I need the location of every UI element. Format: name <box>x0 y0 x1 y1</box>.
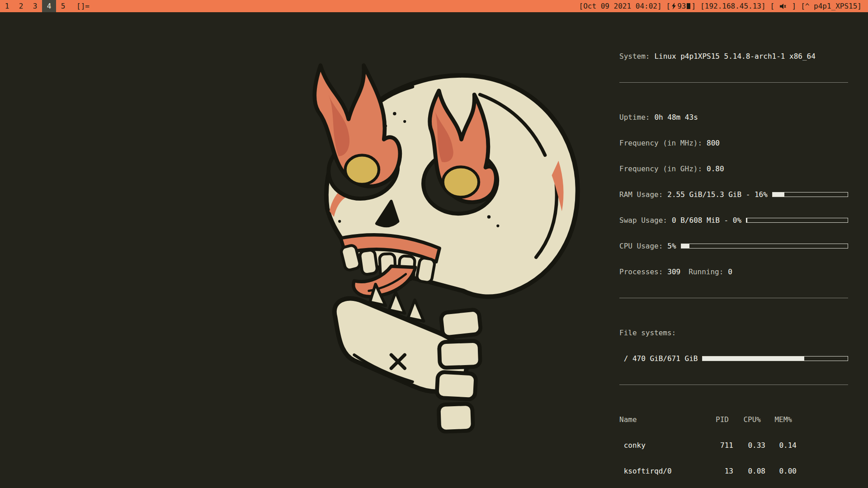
cpu-label: CPU Usage: <box>619 242 663 250</box>
running-label: Running: <box>689 267 723 276</box>
proc-mem: 0.00 <box>765 467 797 475</box>
proc-name: ksoftirqd/0 <box>619 467 701 475</box>
workspace-tags: 1 2 3 4 5 <box>0 0 70 12</box>
ram-line: RAM Usage: 2.55 GiB/15.3 GiB - 16% <box>619 190 848 199</box>
ram-value: 2.55 GiB/15.3 GiB - 16% <box>667 190 768 199</box>
battery-close-bracket: ] <box>691 0 696 12</box>
cpu-line: CPU Usage: 5% <box>619 242 848 250</box>
status-bar: 1 2 3 4 5 []= [Oct 09 2021 04:02] [ 93 ]… <box>0 0 868 12</box>
separator <box>619 82 848 83</box>
filesystem-root-line: / 470 GiB/671 GiB <box>619 354 848 363</box>
cpu-progress-bar <box>681 244 848 249</box>
proc-pid: 711 <box>701 441 733 450</box>
proc-name: conky <box>619 441 701 450</box>
swap-value: 0 B/608 MiB - 0% <box>672 216 741 225</box>
filesystem-root-label: / 470 GiB/671 GiB <box>619 354 698 363</box>
workspace-tag-4[interactable]: 4 <box>42 0 56 12</box>
col-mem: MEM% <box>765 415 792 424</box>
workspace-tag-1[interactable]: 1 <box>0 0 14 12</box>
freq-mhz-value: 800 <box>707 139 720 147</box>
running-value: 0 <box>728 267 732 276</box>
ip-segment: [192.168.45.13] <box>700 0 766 12</box>
battery-level: 93 <box>677 0 686 12</box>
filesystem-progress-bar <box>702 356 848 361</box>
lightning-icon <box>671 3 676 9</box>
uptime-value: 0h 48m 43s <box>654 113 698 122</box>
system-value: Linux p4p1XPS15 5.14.8-arch1-1 x86_64 <box>654 52 815 61</box>
separator <box>619 385 848 385</box>
process-row: conky 711 0.33 0.14 <box>619 441 848 450</box>
freq-ghz-label: Frequency (in GHz): <box>619 164 702 173</box>
workspace-tag-3[interactable]: 3 <box>28 0 42 12</box>
workspace-tag-2[interactable]: 2 <box>14 0 28 12</box>
swap-progress-fill <box>746 218 747 222</box>
clock-segment: [Oct 09 2021 04:02] <box>579 0 662 12</box>
freq-mhz-label: Frequency (in MHz): <box>619 139 702 147</box>
proc-mem: 0.14 <box>765 441 797 450</box>
filesystem-progress-fill <box>703 357 804 361</box>
proc-pid: 13 <box>701 467 733 475</box>
ram-progress-fill <box>773 192 785 197</box>
processes-value: 309 <box>667 267 680 276</box>
system-label: System: <box>619 52 650 61</box>
process-table-header: Name PID CPU% MEM% <box>619 415 848 424</box>
status-right: [Oct 09 2021 04:02] [ 93 ] [192.168.45.1… <box>579 0 868 12</box>
proc-cpu: 0.33 <box>733 441 765 450</box>
skull-illustration <box>244 43 592 447</box>
freq-mhz-line: Frequency (in MHz): 800 <box>619 139 848 147</box>
col-pid: PID <box>701 415 729 424</box>
hostname-segment: [^ p4p1_XPS15] <box>801 0 862 12</box>
uptime-line: Uptime: 0h 48m 43s <box>619 113 848 122</box>
col-cpu: CPU% <box>733 415 761 424</box>
speaker-icon <box>780 3 787 9</box>
swap-progress-bar <box>746 218 848 223</box>
uptime-label: Uptime: <box>619 113 650 122</box>
col-name: Name <box>619 415 696 424</box>
freq-ghz-line: Frequency (in GHz): 0.80 <box>619 164 848 173</box>
system-line: System: Linux p4p1XPS15 5.14.8-arch1-1 x… <box>619 52 848 61</box>
cpu-value: 5% <box>667 242 676 250</box>
swap-line: Swap Usage: 0 B/608 MiB - 0% <box>619 216 848 225</box>
battery-open-bracket: [ <box>666 0 671 12</box>
volume-open-bracket: [ <box>770 0 779 12</box>
layout-indicator[interactable]: []= <box>76 0 90 12</box>
filesystems-title-label: File systems: <box>619 328 676 337</box>
processes-label: Processes: <box>619 267 663 276</box>
processes-line: Processes: 309 Running: 0 <box>619 267 848 276</box>
ram-label: RAM Usage: <box>619 190 663 199</box>
conky-monitor: System: Linux p4p1XPS15 5.14.8-arch1-1 x… <box>619 26 848 488</box>
freq-ghz-value: 0.80 <box>707 164 724 173</box>
battery-bar-icon <box>687 3 690 9</box>
skull-wallpaper <box>244 43 592 447</box>
separator <box>619 298 848 298</box>
volume-close-bracket: ] <box>788 0 796 12</box>
battery-segment: [ 93 ] <box>666 0 696 12</box>
filesystems-title: File systems: <box>619 328 848 337</box>
process-row: ksoftirqd/0 13 0.08 0.00 <box>619 467 848 475</box>
ram-progress-bar <box>772 192 848 197</box>
proc-cpu: 0.08 <box>733 467 765 475</box>
cpu-progress-fill <box>681 244 689 248</box>
volume-segment[interactable]: [ ] <box>770 0 797 12</box>
workspace-tag-5[interactable]: 5 <box>56 0 70 12</box>
swap-label: Swap Usage: <box>619 216 667 225</box>
